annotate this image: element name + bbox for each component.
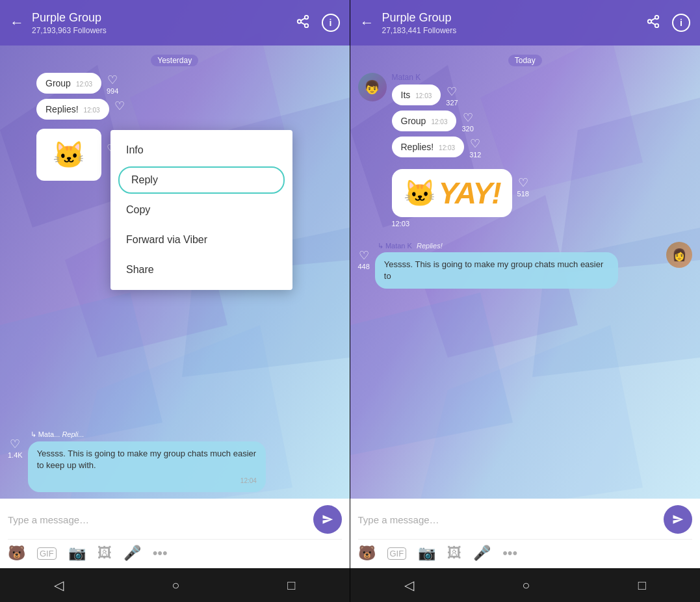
right-msg-3-time: 12:03	[439, 144, 455, 151]
right-avatar-matan: 👦	[358, 73, 387, 101]
left-sticker-icon[interactable]: 🐻	[8, 545, 25, 562]
right-share-icon[interactable]	[646, 14, 660, 32]
right-reply-name: ↳ Matan K	[378, 242, 412, 250]
right-gif-icon[interactable]: GIF	[387, 547, 407, 560]
right-sticker-time: 12:03	[392, 220, 410, 228]
right-msg-1-likes[interactable]: ♡ 327	[446, 85, 458, 107]
context-menu-copy[interactable]: Copy	[110, 195, 292, 225]
left-sent-row: ♡ 1.4K ↳ Mata... Repli... Yessss. This i…	[8, 430, 342, 492]
left-followers: 27,193,963 Followers	[32, 26, 296, 35]
left-header-icons: i	[296, 14, 340, 32]
left-msg-1-bubble: Group 12:03	[36, 73, 101, 94]
left-nav-home[interactable]: ○	[172, 578, 179, 593]
left-sent-bubble: Yessss. This is going to make my group c…	[28, 441, 266, 492]
left-msg-1-likes[interactable]: ♡ 994	[107, 73, 118, 95]
left-nav-recents[interactable]: □	[287, 578, 295, 593]
right-msg-3-row: Replies! 12:03 ♡ 312	[358, 137, 693, 159]
left-msg-2-text: Replies!	[45, 104, 79, 114]
left-camera-icon[interactable]: 📷	[68, 545, 86, 562]
svg-point-21	[655, 15, 659, 19]
right-header-icons: i	[646, 14, 690, 32]
left-panel: ← Purple Group 27,193,963 Followers i Ye…	[0, 0, 350, 602]
right-msg-3-likes[interactable]: ♡ 312	[469, 137, 481, 159]
context-menu-forward[interactable]: Forward via Viber	[110, 225, 292, 255]
right-info-icon[interactable]: i	[672, 14, 690, 32]
right-header: ← Purple Group 27,183,441 Followers i	[350, 0, 701, 46]
left-sent-block: ↳ Mata... Repli... Yessss. This is going…	[28, 430, 308, 492]
right-msg-1-row: 👦 Matan K Its 12:03 ♡ 327	[358, 73, 693, 107]
right-gallery-icon[interactable]: 🖼	[447, 545, 461, 562]
right-reply-ref: ↳ Matan K Replies!	[375, 242, 661, 250]
left-sent-heart: ♡	[10, 437, 20, 451]
left-info-icon[interactable]: i	[322, 14, 340, 32]
right-msg-1-count: 327	[446, 99, 458, 107]
svg-point-8	[304, 15, 308, 19]
right-group-title: Purple Group	[382, 11, 647, 25]
right-sticker-block: 🐱 YAY! 12:03	[392, 169, 512, 228]
context-menu-reply[interactable]: Reply	[118, 166, 285, 194]
right-nav-home[interactable]: ○	[522, 578, 530, 593]
left-group-title: Purple Group	[32, 11, 296, 25]
left-msg-2-heart: ♡	[114, 99, 125, 113]
left-header: ← Purple Group 27,193,963 Followers i	[0, 0, 350, 46]
right-back-button[interactable]: ←	[360, 14, 374, 31]
left-msg-2-time: 12:03	[84, 107, 100, 114]
left-more-icon[interactable]: •••	[153, 545, 168, 562]
right-nav-recents[interactable]: □	[638, 578, 646, 593]
left-msg-1-row: Group 12:03 ♡ 994	[8, 73, 342, 95]
right-sticker-row: 🐱 YAY! 12:03 ♡ 518	[358, 169, 693, 228]
context-menu-info[interactable]: Info	[110, 135, 292, 165]
right-sticker-count: 518	[517, 190, 529, 198]
right-sender-name: Matan K	[392, 73, 458, 82]
right-sent-count: 448	[358, 263, 370, 270]
right-sticker-likes[interactable]: ♡ 518	[517, 176, 529, 198]
svg-point-22	[648, 20, 652, 23]
left-sent-text: Yessss. This is going to make my group c…	[37, 448, 257, 471]
left-sticker: 🐱	[36, 129, 101, 181]
left-share-icon[interactable]	[296, 14, 310, 32]
right-date-label: Today	[508, 55, 542, 66]
right-msg-1-bubble: Its 12:03	[392, 85, 441, 105]
left-nav-back[interactable]: ◁	[54, 577, 64, 593]
left-input-row: Type a message…	[8, 505, 342, 540]
right-input-row: Type a message…	[358, 505, 693, 540]
right-msg-2-count: 320	[461, 125, 473, 133]
right-header-info: Purple Group 27,183,441 Followers	[382, 11, 647, 35]
left-back-button[interactable]: ←	[10, 14, 24, 31]
left-gallery-icon[interactable]: 🖼	[97, 545, 112, 562]
right-send-button[interactable]	[664, 505, 692, 534]
right-sent-bubble: Yessss. This is going to make my group c…	[375, 252, 618, 289]
right-msg-2-text: Group	[401, 116, 426, 126]
right-sent-likes[interactable]: ♡ 448	[358, 248, 370, 270]
right-matan-msgs: Matan K Its 12:03 ♡ 327	[392, 73, 458, 107]
left-input-placeholder: Type a message…	[8, 514, 313, 525]
left-audio-icon[interactable]: 🎤	[123, 545, 141, 562]
left-msg-2-likes[interactable]: ♡	[114, 99, 125, 113]
left-sent-time: 12:04	[37, 474, 257, 486]
left-header-info: Purple Group 27,193,963 Followers	[32, 11, 296, 35]
left-msg-1-heart: ♡	[107, 73, 118, 87]
right-sent-heart: ♡	[359, 248, 369, 263]
left-msg-1-text: Group	[45, 78, 71, 88]
right-input-placeholder: Type a message…	[358, 514, 664, 525]
right-toolbar: 🐻 GIF 📷 🖼 🎤 •••	[358, 545, 693, 562]
right-yay-text: YAY!	[439, 176, 500, 211]
right-msg-3-text: Replies!	[401, 142, 434, 152]
left-sent-likes[interactable]: ♡ 1.4K	[8, 437, 23, 459]
right-msg-1-heart: ♡	[447, 85, 457, 99]
right-sticker-char: 🐱	[404, 178, 436, 209]
right-msg-2-likes[interactable]: ♡ 320	[461, 111, 473, 133]
right-nav-back[interactable]: ◁	[404, 577, 414, 593]
right-followers: 27,183,441 Followers	[382, 26, 647, 35]
svg-point-23	[655, 23, 659, 27]
right-camera-icon[interactable]: 📷	[418, 545, 435, 562]
left-gif-icon[interactable]: GIF	[37, 547, 57, 560]
right-sticker-icon[interactable]: 🐻	[358, 545, 376, 562]
left-send-button[interactable]	[313, 505, 342, 534]
right-yay-sticker: 🐱 YAY!	[392, 169, 512, 217]
right-more-icon[interactable]: •••	[502, 545, 517, 562]
right-audio-icon[interactable]: 🎤	[473, 545, 491, 562]
context-menu-share[interactable]: Share	[110, 255, 292, 285]
svg-point-9	[297, 20, 301, 23]
svg-line-24	[651, 22, 655, 25]
